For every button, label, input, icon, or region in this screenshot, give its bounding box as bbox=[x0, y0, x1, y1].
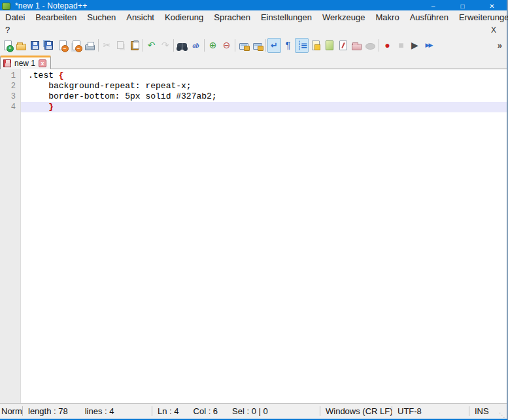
cut-button[interactable]: ✂ bbox=[100, 38, 114, 53]
editor-lines[interactable]: .test { background-repeat: repeat-x; bor… bbox=[21, 69, 507, 403]
sync-horizontal-scroll-button[interactable] bbox=[250, 38, 264, 53]
macro-playback-icon: ▶ bbox=[409, 40, 420, 51]
app-icon bbox=[2, 3, 10, 10]
macro-run-multiple-button[interactable]: ▶▶ bbox=[422, 38, 435, 53]
monitoring-icon bbox=[365, 43, 375, 50]
document-list-button[interactable] bbox=[336, 38, 350, 53]
menu-help[interactable]: ? bbox=[0, 25, 15, 35]
toolbar-separator bbox=[98, 39, 99, 52]
tab-label: new 1 bbox=[14, 59, 35, 68]
close-all-button[interactable] bbox=[69, 38, 83, 53]
macro-playback-button[interactable]: ▶ bbox=[408, 38, 422, 53]
menu-suchen[interactable]: Suchen bbox=[82, 12, 121, 22]
print-button[interactable] bbox=[83, 38, 97, 53]
minimize-button[interactable]: – bbox=[418, 0, 448, 10]
line-number-1[interactable]: 1 bbox=[0, 71, 20, 81]
undo-button[interactable]: ↶ bbox=[144, 38, 158, 53]
word-wrap-button[interactable]: ↵ bbox=[267, 38, 281, 53]
code-token: .test bbox=[28, 71, 59, 80]
function-list-button[interactable] bbox=[309, 38, 322, 53]
menu-close-button[interactable]: X bbox=[488, 25, 499, 35]
show-all-characters-button[interactable]: ¶ bbox=[281, 38, 295, 53]
show-indent-guide-button[interactable]: ┊≡ bbox=[295, 38, 309, 53]
macro-stop-button[interactable]: ■ bbox=[394, 38, 408, 53]
resize-grip[interactable]: ⋱ bbox=[499, 412, 505, 419]
status-selection: Sel : 0 | 0 bbox=[232, 406, 268, 416]
status-line: Ln : 4 bbox=[158, 406, 179, 416]
close-file-button[interactable] bbox=[56, 38, 69, 53]
replace-icon: ab bbox=[190, 40, 201, 51]
code-line-1[interactable]: .test { bbox=[21, 71, 507, 81]
toolbar-overflow-chevron[interactable]: » bbox=[498, 40, 502, 50]
folder-as-workspace-button[interactable] bbox=[350, 38, 364, 53]
cut-icon: ✂ bbox=[101, 40, 112, 51]
document-list-icon bbox=[339, 40, 347, 50]
status-encoding[interactable]: UTF-8 bbox=[392, 404, 469, 419]
redo-button[interactable]: ↷ bbox=[158, 38, 172, 53]
code-line-4[interactable]: } bbox=[21, 102, 507, 112]
new-file-button[interactable] bbox=[1, 38, 14, 53]
code-line-2[interactable]: background-repeat: repeat-x; bbox=[21, 81, 507, 91]
menu-ansicht[interactable]: Ansicht bbox=[121, 12, 160, 22]
close-button[interactable]: ✕ bbox=[477, 0, 507, 10]
new-file-icon bbox=[4, 40, 12, 50]
document-map-icon bbox=[326, 40, 333, 50]
line-number-2[interactable]: 2 bbox=[0, 81, 20, 91]
save-file-button[interactable] bbox=[28, 38, 42, 53]
menu-ausfhren[interactable]: Ausführen bbox=[405, 12, 454, 22]
menu-makro[interactable]: Makro bbox=[371, 12, 405, 22]
zoom-in-button[interactable]: ⊕ bbox=[206, 38, 220, 53]
menu-bar: DateiBearbeitenSuchenAnsichtKodierungSpr… bbox=[0, 10, 507, 24]
find-icon bbox=[177, 43, 187, 50]
title-bar: *new 1 - Notepad++ – □ ✕ bbox=[0, 0, 507, 10]
code-line-3[interactable]: border-bottom: 5px solid #327ab2; bbox=[21, 91, 507, 102]
window-title: *new 1 - Notepad++ bbox=[15, 0, 87, 10]
macro-record-button[interactable]: ● bbox=[381, 38, 394, 53]
word-wrap-icon: ↵ bbox=[269, 40, 280, 51]
zoom-out-button[interactable]: ⊖ bbox=[220, 38, 233, 53]
maximize-button[interactable]: □ bbox=[448, 0, 477, 10]
macro-stop-icon: ■ bbox=[396, 40, 407, 51]
tab-close-icon[interactable]: x bbox=[39, 59, 46, 67]
menu-sprachen[interactable]: Sprachen bbox=[209, 12, 256, 22]
paste-icon bbox=[131, 41, 139, 50]
status-length-lines: length : 78 lines : 4 bbox=[23, 404, 152, 419]
menu-einstellungen[interactable]: Einstellungen bbox=[256, 12, 317, 22]
show-indent-guide-icon: ┊≡ bbox=[296, 40, 307, 51]
menu-erweiterungen[interactable]: Erweiterungen bbox=[454, 12, 508, 22]
save-all-button[interactable] bbox=[42, 38, 56, 53]
sync-vertical-scroll-icon bbox=[239, 43, 248, 50]
document-map-button[interactable] bbox=[322, 38, 336, 53]
editor[interactable]: 1234 .test { background-repeat: repeat-x… bbox=[0, 69, 507, 403]
line-number-4[interactable]: 4 bbox=[0, 102, 20, 112]
replace-button[interactable]: ab bbox=[189, 38, 203, 53]
menu-werkzeuge[interactable]: Werkzeuge bbox=[317, 12, 371, 22]
status-lines: lines : 4 bbox=[85, 406, 114, 416]
function-list-icon bbox=[312, 40, 320, 50]
show-all-characters-icon: ¶ bbox=[282, 40, 294, 51]
unsaved-floppy-icon bbox=[3, 59, 11, 67]
menu-datei[interactable]: Datei bbox=[0, 12, 30, 22]
window-controls: – □ ✕ bbox=[418, 0, 507, 10]
status-column: Col : 6 bbox=[194, 406, 218, 416]
line-number-3[interactable]: 3 bbox=[0, 91, 20, 102]
menu-kodierung[interactable]: Kodierung bbox=[160, 12, 209, 22]
status-insert-mode[interactable]: INS bbox=[469, 404, 494, 419]
toolbar-separator bbox=[265, 39, 266, 52]
tab-new-1[interactable]: new 1 x bbox=[0, 56, 51, 69]
find-button[interactable] bbox=[175, 38, 189, 53]
line-number-gutter[interactable]: 1234 bbox=[0, 69, 21, 403]
status-doc-type: Normal bbox=[0, 404, 22, 419]
paste-button[interactable] bbox=[127, 38, 141, 53]
monitoring-button[interactable] bbox=[364, 38, 377, 53]
copy-button[interactable] bbox=[114, 38, 127, 53]
sync-vertical-scroll-button[interactable] bbox=[237, 38, 250, 53]
open-file-button[interactable] bbox=[14, 38, 28, 53]
sync-horizontal-scroll-icon bbox=[253, 43, 262, 50]
toolbar-separator bbox=[204, 39, 205, 52]
copy-icon bbox=[117, 41, 124, 49]
toolbar-separator bbox=[143, 39, 143, 52]
status-eol-format[interactable]: Windows (CR LF) bbox=[320, 404, 392, 419]
zoom-out-icon: ⊖ bbox=[221, 40, 232, 51]
menu-bearbeiten[interactable]: Bearbeiten bbox=[30, 12, 82, 22]
